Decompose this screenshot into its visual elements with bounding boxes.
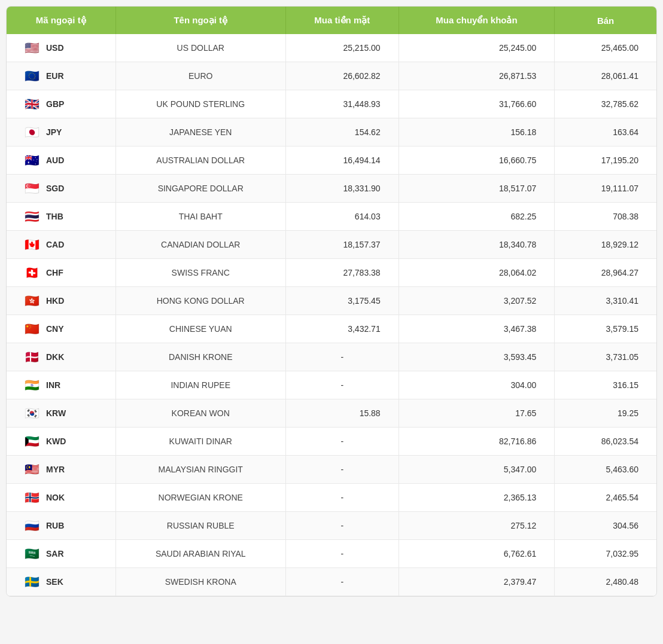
transfer-buy-cell: 31,766.60 [399, 90, 555, 118]
currency-name-cell: KOREAN WON [115, 399, 285, 428]
currency-name-cell: THAI BAHT [115, 203, 285, 231]
currency-code-cell: 🇳🇴 NOK [7, 484, 115, 512]
currency-name-cell: US DOLLAR [115, 34, 285, 62]
currency-code-cell: 🇭🇰 HKD [7, 287, 115, 315]
currency-code-label: MYR [46, 465, 65, 474]
currency-name-cell: JAPANESE YEN [115, 118, 285, 146]
transfer-buy-cell: 17.65 [399, 399, 555, 428]
cash-buy-cell: 18,331.90 [285, 175, 399, 203]
cash-buy-cell: 26,602.82 [285, 62, 399, 90]
table-row: 🇺🇸 USD US DOLLAR25,215.0025,245.0025,465… [7, 34, 656, 62]
currency-code-cell: 🇩🇰 DKK [7, 343, 115, 371]
currency-code-label: SGD [46, 184, 64, 193]
cash-buy-cell: 31,448.93 [285, 90, 399, 118]
transfer-buy-cell: 6,762.61 [399, 540, 555, 568]
cash-buy-cell: - [285, 428, 399, 456]
flag-icon: 🇸🇦 [22, 547, 41, 560]
cash-buy-cell: 16,494.14 [285, 146, 399, 175]
exchange-rate-table: Mã ngoại tệ Tên ngoại tệ Mua tiền mặt Mu… [6, 6, 657, 597]
currency-code-cell: 🇷🇺 RUB [7, 512, 115, 540]
transfer-buy-cell: 682.25 [399, 203, 555, 231]
table-row: 🇰🇷 KRW KOREAN WON15.8817.6519.25 [7, 399, 656, 428]
transfer-buy-cell: 3,593.45 [399, 343, 555, 371]
flag-icon: 🇹🇭 [22, 210, 41, 223]
flag-icon: 🇨🇳 [22, 322, 41, 335]
flag-icon: 🇲🇾 [22, 463, 41, 476]
currency-code-label: INR [46, 380, 60, 390]
transfer-buy-cell: 25,245.00 [399, 34, 555, 62]
table-row: 🇯🇵 JPY JAPANESE YEN154.62156.18163.64 [7, 118, 656, 146]
currency-code-cell: 🇮🇳 INR [7, 371, 115, 399]
table-row: 🇳🇴 NOK NORWEGIAN KRONE-2,365.132,465.54 [7, 484, 656, 512]
currency-code-label: CNY [46, 324, 64, 334]
cash-buy-cell: - [285, 343, 399, 371]
transfer-buy-cell: 18,340.78 [399, 231, 555, 259]
currency-code-label: CHF [46, 268, 63, 277]
table-row: 🇪🇺 EUR EURO26,602.8226,871.5328,061.41 [7, 62, 656, 90]
transfer-buy-cell: 3,207.52 [399, 287, 555, 315]
transfer-buy-cell: 5,347.00 [399, 456, 555, 484]
cash-buy-cell: 15.88 [285, 399, 399, 428]
currency-code-cell: 🇪🇺 EUR [7, 62, 115, 90]
transfer-buy-cell: 2,379.47 [399, 568, 555, 596]
sell-cell: 17,195.20 [555, 146, 656, 175]
currency-code-cell: 🇹🇭 THB [7, 203, 115, 231]
sell-cell: 163.64 [555, 118, 656, 146]
sell-cell: 3,731.05 [555, 343, 656, 371]
currency-name-cell: DANISH KRONE [115, 343, 285, 371]
currency-code-cell: 🇲🇾 MYR [7, 456, 115, 484]
currency-code-label: KRW [46, 408, 66, 418]
transfer-buy-cell: 28,064.02 [399, 259, 555, 287]
header-cash: Mua tiền mặt [285, 7, 399, 34]
header-sell: Bán [555, 7, 656, 34]
sell-cell: 28,061.41 [555, 62, 656, 90]
currency-code-label: CAD [46, 240, 64, 249]
header-code: Mã ngoại tệ [7, 7, 115, 34]
cash-buy-cell: - [285, 484, 399, 512]
flag-icon: 🇺🇸 [22, 41, 41, 54]
currency-name-cell: EURO [115, 62, 285, 90]
currency-code-cell: 🇰🇷 KRW [7, 399, 115, 428]
currency-code-cell: 🇸🇪 SEK [7, 568, 115, 596]
currency-name-cell: KUWAITI DINAR [115, 428, 285, 456]
cash-buy-cell: 614.03 [285, 203, 399, 231]
cash-buy-cell: - [285, 568, 399, 596]
table-row: 🇩🇰 DKK DANISH KRONE-3,593.453,731.05 [7, 343, 656, 371]
currency-code-cell: 🇰🇼 KWD [7, 428, 115, 456]
transfer-buy-cell: 304.00 [399, 371, 555, 399]
currency-name-cell: CHINESE YUAN [115, 315, 285, 343]
currency-code-cell: 🇦🇺 AUD [7, 146, 115, 175]
table-row: 🇨🇳 CNY CHINESE YUAN3,432.713,467.383,579… [7, 315, 656, 343]
sell-cell: 25,465.00 [555, 34, 656, 62]
table-row: 🇰🇼 KWD KUWAITI DINAR-82,716.8686,023.54 [7, 428, 656, 456]
sell-cell: 86,023.54 [555, 428, 656, 456]
currency-name-cell: INDIAN RUPEE [115, 371, 285, 399]
transfer-buy-cell: 2,365.13 [399, 484, 555, 512]
currency-code-cell: 🇨🇦 CAD [7, 231, 115, 259]
flag-icon: 🇮🇳 [22, 379, 41, 392]
cash-buy-cell: 3,175.45 [285, 287, 399, 315]
flag-icon: 🇸🇪 [22, 575, 41, 588]
table-row: 🇸🇬 SGD SINGAPORE DOLLAR18,331.9018,517.0… [7, 175, 656, 203]
sell-cell: 316.15 [555, 371, 656, 399]
currency-name-cell: SWISS FRANC [115, 259, 285, 287]
flag-icon: 🇳🇴 [22, 491, 41, 504]
currency-name-cell: NORWEGIAN KRONE [115, 484, 285, 512]
currency-name-cell: SAUDI ARABIAN RIYAL [115, 540, 285, 568]
sell-cell: 708.38 [555, 203, 656, 231]
table-row: 🇨🇭 CHF SWISS FRANC27,783.3828,064.0228,9… [7, 259, 656, 287]
sell-cell: 3,310.41 [555, 287, 656, 315]
currency-code-cell: 🇸🇬 SGD [7, 175, 115, 203]
table-row: 🇲🇾 MYR MALAYSIAN RINGGIT-5,347.005,463.6… [7, 456, 656, 484]
header-transfer: Mua chuyển khoản [399, 7, 555, 34]
sell-cell: 19,111.07 [555, 175, 656, 203]
cash-buy-cell: 25,215.00 [285, 34, 399, 62]
currency-code-label: EUR [46, 71, 64, 81]
currency-name-cell: SWEDISH KRONA [115, 568, 285, 596]
flag-icon: 🇨🇭 [22, 266, 41, 279]
currency-code-label: SEK [46, 577, 63, 587]
currency-code-cell: 🇨🇭 CHF [7, 259, 115, 287]
flag-icon: 🇬🇧 [22, 97, 41, 111]
table-row: 🇷🇺 RUB RUSSIAN RUBLE-275.12304.56 [7, 512, 656, 540]
currency-code-label: AUD [46, 155, 64, 165]
